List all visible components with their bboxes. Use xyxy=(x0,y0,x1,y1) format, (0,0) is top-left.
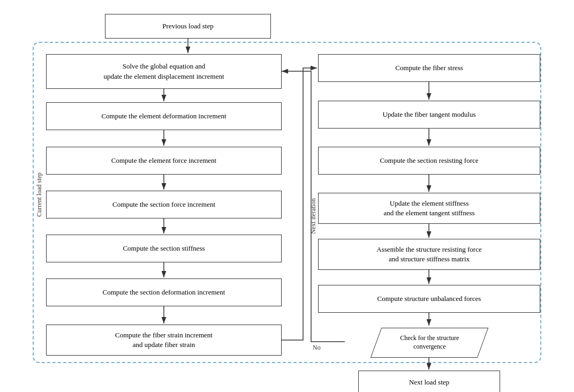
next-iteration-label: Next iteration xyxy=(309,198,318,233)
diagram: Current load step Previous load step Sol… xyxy=(14,9,560,383)
box-section-force: Compute the section force increment xyxy=(46,191,282,218)
box-fiber-stress: Compute the fiber stress xyxy=(318,54,540,82)
box-element-deformation: Compute the element deformation incremen… xyxy=(46,102,282,130)
box-previous-load-step: Previous load step xyxy=(105,14,271,39)
box-section-deformation: Compute the section deformation incremen… xyxy=(46,278,282,306)
box-element-force: Compute the element force increment xyxy=(46,147,282,175)
current-load-step-label: Current load step xyxy=(35,172,43,217)
box-next-load-step: Next load step xyxy=(358,371,500,392)
box-fiber-tangent: Update the fiber tangent modulus xyxy=(318,101,540,129)
box-element-stiffness: Update the element stiffness and the ele… xyxy=(318,193,540,224)
box-assemble-structure: Assemble the structure resisting force a… xyxy=(318,239,540,270)
box-solve-global: Solve the global equation and update the… xyxy=(46,54,282,89)
box-fiber-strain: Compute the fiber strain increment and u… xyxy=(46,325,282,356)
box-unbalanced-forces: Compute structure unbalanced forces xyxy=(318,285,540,313)
box-section-resisting: Compute the section resisting force xyxy=(318,147,540,175)
box-section-stiffness: Compute the section stiffness xyxy=(46,235,282,262)
diamond-convergence: Check for the structure convergence xyxy=(345,327,513,359)
no-label: No xyxy=(313,344,321,352)
